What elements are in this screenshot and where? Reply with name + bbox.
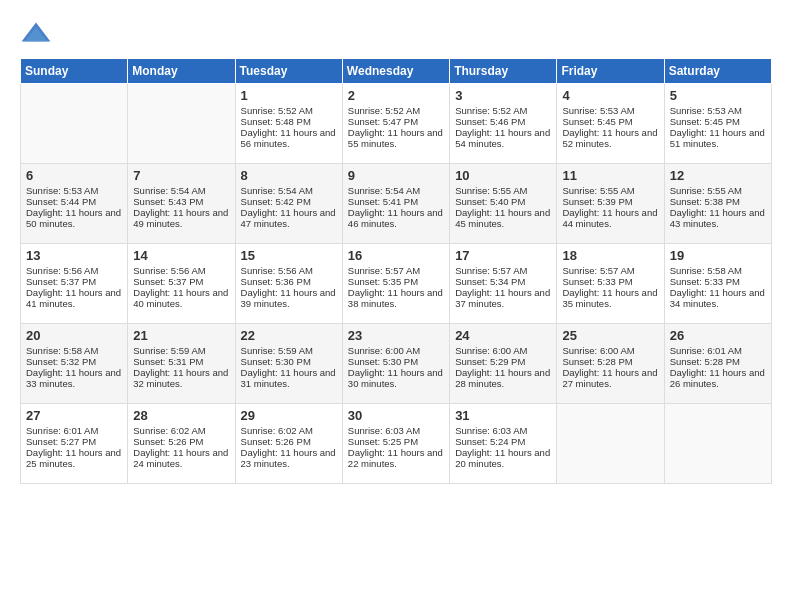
sunrise-text: Sunrise: 6:03 AM [455,425,551,436]
day-number: 4 [562,88,658,103]
sunset-text: Sunset: 5:35 PM [348,276,444,287]
sunrise-text: Sunrise: 5:58 AM [26,345,122,356]
day-number: 23 [348,328,444,343]
header-cell-monday: Monday [128,59,235,84]
day-number: 6 [26,168,122,183]
sunset-text: Sunset: 5:47 PM [348,116,444,127]
sunrise-text: Sunrise: 6:03 AM [348,425,444,436]
sunrise-text: Sunrise: 6:02 AM [241,425,337,436]
sunset-text: Sunset: 5:37 PM [133,276,229,287]
header-cell-wednesday: Wednesday [342,59,449,84]
day-cell [557,404,664,484]
sunset-text: Sunset: 5:37 PM [26,276,122,287]
daylight-text: Daylight: 11 hours and 31 minutes. [241,367,337,389]
logo [20,16,58,48]
day-cell: 8Sunrise: 5:54 AMSunset: 5:42 PMDaylight… [235,164,342,244]
daylight-text: Daylight: 11 hours and 26 minutes. [670,367,766,389]
day-number: 24 [455,328,551,343]
daylight-text: Daylight: 11 hours and 37 minutes. [455,287,551,309]
day-cell: 17Sunrise: 5:57 AMSunset: 5:34 PMDayligh… [450,244,557,324]
sunset-text: Sunset: 5:28 PM [562,356,658,367]
day-cell: 25Sunrise: 6:00 AMSunset: 5:28 PMDayligh… [557,324,664,404]
day-number: 21 [133,328,229,343]
day-number: 27 [26,408,122,423]
daylight-text: Daylight: 11 hours and 45 minutes. [455,207,551,229]
sunset-text: Sunset: 5:39 PM [562,196,658,207]
sunrise-text: Sunrise: 5:58 AM [670,265,766,276]
sunrise-text: Sunrise: 6:00 AM [562,345,658,356]
sunset-text: Sunset: 5:41 PM [348,196,444,207]
sunset-text: Sunset: 5:40 PM [455,196,551,207]
sunrise-text: Sunrise: 5:52 AM [455,105,551,116]
day-cell: 1Sunrise: 5:52 AMSunset: 5:48 PMDaylight… [235,84,342,164]
sunrise-text: Sunrise: 5:59 AM [133,345,229,356]
header-row: SundayMondayTuesdayWednesdayThursdayFrid… [21,59,772,84]
sunset-text: Sunset: 5:24 PM [455,436,551,447]
daylight-text: Daylight: 11 hours and 43 minutes. [670,207,766,229]
sunrise-text: Sunrise: 5:56 AM [241,265,337,276]
week-row-5: 27Sunrise: 6:01 AMSunset: 5:27 PMDayligh… [21,404,772,484]
week-row-4: 20Sunrise: 5:58 AMSunset: 5:32 PMDayligh… [21,324,772,404]
sunset-text: Sunset: 5:32 PM [26,356,122,367]
daylight-text: Daylight: 11 hours and 52 minutes. [562,127,658,149]
daylight-text: Daylight: 11 hours and 20 minutes. [455,447,551,469]
day-number: 18 [562,248,658,263]
sunset-text: Sunset: 5:43 PM [133,196,229,207]
day-cell: 13Sunrise: 5:56 AMSunset: 5:37 PMDayligh… [21,244,128,324]
day-number: 12 [670,168,766,183]
sunrise-text: Sunrise: 5:59 AM [241,345,337,356]
day-cell: 22Sunrise: 5:59 AMSunset: 5:30 PMDayligh… [235,324,342,404]
day-cell: 15Sunrise: 5:56 AMSunset: 5:36 PMDayligh… [235,244,342,324]
header-cell-thursday: Thursday [450,59,557,84]
sunset-text: Sunset: 5:45 PM [562,116,658,127]
sunset-text: Sunset: 5:33 PM [670,276,766,287]
sunrise-text: Sunrise: 6:00 AM [455,345,551,356]
day-cell: 24Sunrise: 6:00 AMSunset: 5:29 PMDayligh… [450,324,557,404]
sunrise-text: Sunrise: 5:57 AM [348,265,444,276]
daylight-text: Daylight: 11 hours and 28 minutes. [455,367,551,389]
day-number: 19 [670,248,766,263]
daylight-text: Daylight: 11 hours and 35 minutes. [562,287,658,309]
day-cell: 27Sunrise: 6:01 AMSunset: 5:27 PMDayligh… [21,404,128,484]
sunrise-text: Sunrise: 6:00 AM [348,345,444,356]
day-cell: 28Sunrise: 6:02 AMSunset: 5:26 PMDayligh… [128,404,235,484]
header-cell-friday: Friday [557,59,664,84]
daylight-text: Daylight: 11 hours and 24 minutes. [133,447,229,469]
sunrise-text: Sunrise: 5:52 AM [241,105,337,116]
day-cell: 16Sunrise: 5:57 AMSunset: 5:35 PMDayligh… [342,244,449,324]
day-number: 8 [241,168,337,183]
daylight-text: Daylight: 11 hours and 22 minutes. [348,447,444,469]
sunset-text: Sunset: 5:29 PM [455,356,551,367]
header-cell-sunday: Sunday [21,59,128,84]
day-cell: 26Sunrise: 6:01 AMSunset: 5:28 PMDayligh… [664,324,771,404]
day-number: 22 [241,328,337,343]
daylight-text: Daylight: 11 hours and 44 minutes. [562,207,658,229]
sunrise-text: Sunrise: 5:53 AM [562,105,658,116]
day-cell: 10Sunrise: 5:55 AMSunset: 5:40 PMDayligh… [450,164,557,244]
sunrise-text: Sunrise: 5:56 AM [26,265,122,276]
day-number: 30 [348,408,444,423]
day-cell: 7Sunrise: 5:54 AMSunset: 5:43 PMDaylight… [128,164,235,244]
day-cell: 9Sunrise: 5:54 AMSunset: 5:41 PMDaylight… [342,164,449,244]
day-number: 26 [670,328,766,343]
sunset-text: Sunset: 5:26 PM [133,436,229,447]
day-cell: 21Sunrise: 5:59 AMSunset: 5:31 PMDayligh… [128,324,235,404]
daylight-text: Daylight: 11 hours and 47 minutes. [241,207,337,229]
daylight-text: Daylight: 11 hours and 46 minutes. [348,207,444,229]
sunset-text: Sunset: 5:46 PM [455,116,551,127]
day-number: 10 [455,168,551,183]
sunrise-text: Sunrise: 5:55 AM [455,185,551,196]
sunrise-text: Sunrise: 5:54 AM [348,185,444,196]
day-cell [21,84,128,164]
daylight-text: Daylight: 11 hours and 30 minutes. [348,367,444,389]
day-number: 1 [241,88,337,103]
day-number: 20 [26,328,122,343]
sunset-text: Sunset: 5:34 PM [455,276,551,287]
daylight-text: Daylight: 11 hours and 25 minutes. [26,447,122,469]
day-cell: 4Sunrise: 5:53 AMSunset: 5:45 PMDaylight… [557,84,664,164]
sunset-text: Sunset: 5:28 PM [670,356,766,367]
daylight-text: Daylight: 11 hours and 27 minutes. [562,367,658,389]
day-cell: 11Sunrise: 5:55 AMSunset: 5:39 PMDayligh… [557,164,664,244]
day-cell: 18Sunrise: 5:57 AMSunset: 5:33 PMDayligh… [557,244,664,324]
day-number: 31 [455,408,551,423]
